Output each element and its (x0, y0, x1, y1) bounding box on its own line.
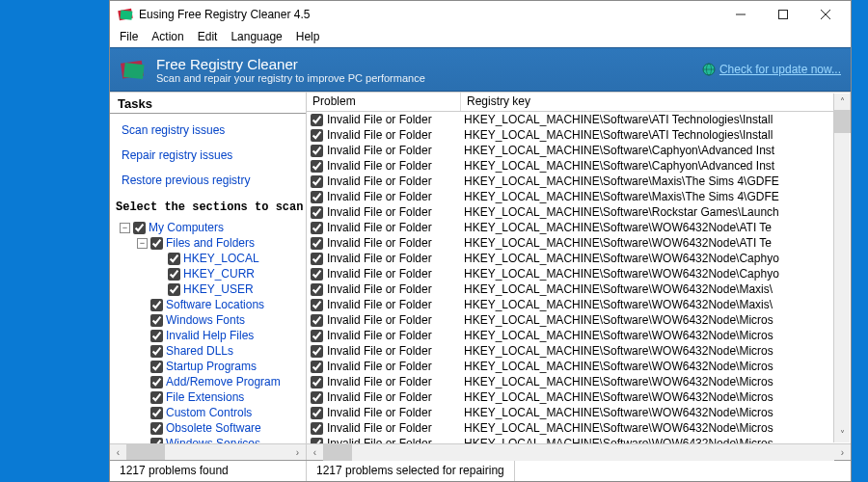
tree-item[interactable]: Obsolete Software (112, 420, 306, 436)
list-item[interactable]: Invalid File or FolderHKEY_LOCAL_MACHINE… (307, 420, 851, 436)
row-checkbox[interactable] (311, 283, 323, 296)
row-checkbox[interactable] (311, 422, 323, 435)
sidebar-hscroll[interactable]: ‹ › (110, 443, 306, 460)
chevron-left-icon[interactable]: ‹ (110, 444, 126, 461)
tree-item[interactable]: Software Locations (112, 297, 306, 312)
list-item[interactable]: Invalid File or FolderHKEY_LOCAL_MACHINE… (307, 436, 851, 443)
tree-item[interactable]: Custom Controls (112, 405, 306, 420)
maximize-button[interactable] (762, 1, 804, 28)
menu-language[interactable]: Language (231, 30, 282, 43)
tree-checkbox[interactable] (168, 283, 180, 296)
tree-checkbox[interactable] (133, 222, 146, 234)
list-item[interactable]: Invalid File or FolderHKEY_LOCAL_MACHINE… (307, 235, 851, 251)
row-checkbox[interactable] (311, 206, 323, 219)
row-checkbox[interactable] (311, 299, 323, 311)
list-item[interactable]: Invalid File or FolderHKEY_LOCAL_MACHINE… (307, 266, 851, 281)
tree-checkbox[interactable] (150, 407, 163, 419)
menu-help[interactable]: Help (296, 30, 320, 43)
chevron-down-icon[interactable]: ˅ (834, 426, 850, 442)
row-checkbox[interactable] (311, 376, 323, 388)
list-item[interactable]: Invalid File or FolderHKEY_LOCAL_MACHINE… (307, 328, 851, 343)
list-item[interactable]: Invalid File or FolderHKEY_LOCAL_MACHINE… (307, 174, 851, 189)
task-link-1[interactable]: Repair registry issues (110, 145, 306, 170)
menu-action[interactable]: Action (151, 30, 183, 43)
tree-checkbox[interactable] (150, 361, 163, 373)
tree-checkbox[interactable] (150, 299, 163, 311)
list-item[interactable]: Invalid File or FolderHKEY_LOCAL_MACHINE… (307, 158, 851, 174)
tree-item[interactable]: HKEY_USER (112, 281, 306, 297)
results-vscroll[interactable]: ˄ ˅ (833, 94, 850, 442)
list-item[interactable]: Invalid File or FolderHKEY_LOCAL_MACHINE… (307, 204, 851, 220)
row-checkbox[interactable] (311, 114, 323, 126)
row-checkbox[interactable] (311, 129, 323, 142)
minimize-button[interactable] (719, 1, 762, 28)
list-item[interactable]: Invalid File or FolderHKEY_LOCAL_MACHINE… (307, 374, 851, 389)
tree-checkbox[interactable] (168, 268, 180, 281)
row-checkbox[interactable] (311, 345, 323, 358)
list-item[interactable]: Invalid File or FolderHKEY_LOCAL_MACHINE… (307, 343, 851, 359)
chevron-right-icon[interactable]: › (289, 444, 306, 461)
row-checkbox[interactable] (311, 391, 323, 404)
close-button[interactable] (804, 1, 847, 28)
tree-item[interactable]: Windows Services (112, 436, 306, 443)
check-update-link[interactable]: Check for update now... (702, 63, 841, 76)
tree-checkbox[interactable] (150, 376, 163, 388)
menu-edit[interactable]: Edit (198, 30, 218, 43)
row-checkbox[interactable] (311, 160, 323, 173)
tree-item[interactable]: Startup Programs (112, 359, 306, 374)
list-item[interactable]: Invalid File or FolderHKEY_LOCAL_MACHINE… (307, 359, 851, 374)
column-registry-key[interactable]: Registry key (461, 93, 851, 111)
tree-item[interactable]: −Files and Folders (112, 235, 306, 251)
tree-item[interactable]: HKEY_LOCAL (112, 251, 306, 266)
row-checkbox[interactable] (311, 253, 323, 265)
tree-item[interactable]: File Extensions (112, 389, 306, 405)
row-checkbox[interactable] (311, 145, 323, 157)
tree-item[interactable]: Shared DLLs (112, 343, 306, 359)
list-item[interactable]: Invalid File or FolderHKEY_LOCAL_MACHINE… (307, 127, 851, 143)
row-checkbox[interactable] (311, 237, 323, 250)
menu-file[interactable]: File (120, 30, 138, 43)
list-item[interactable]: Invalid File or FolderHKEY_LOCAL_MACHINE… (307, 189, 851, 204)
row-checkbox[interactable] (311, 361, 323, 373)
list-item[interactable]: Invalid File or FolderHKEY_LOCAL_MACHINE… (307, 143, 851, 158)
task-link-0[interactable]: Scan registry issues (110, 120, 306, 145)
tree-item[interactable]: Add/Remove Program (112, 374, 306, 389)
list-item[interactable]: Invalid File or FolderHKEY_LOCAL_MACHINE… (307, 281, 851, 297)
list-item[interactable]: Invalid File or FolderHKEY_LOCAL_MACHINE… (307, 312, 851, 328)
tree-checkbox[interactable] (168, 253, 180, 265)
tree-checkbox[interactable] (150, 314, 163, 327)
results-hscroll-thumb[interactable] (323, 444, 352, 461)
chevron-up-icon[interactable]: ˄ (834, 94, 850, 110)
list-item[interactable]: Invalid File or FolderHKEY_LOCAL_MACHINE… (307, 220, 851, 235)
tree-checkbox[interactable] (150, 330, 163, 342)
sidebar-hscroll-thumb[interactable] (126, 444, 165, 461)
results-hscroll[interactable]: ‹ › (307, 443, 851, 460)
list-item[interactable]: Invalid File or FolderHKEY_LOCAL_MACHINE… (307, 405, 851, 420)
tree-item[interactable]: −My Computers (112, 220, 306, 235)
column-problem[interactable]: Problem (307, 93, 461, 111)
tree-item[interactable]: Windows Fonts (112, 312, 306, 328)
row-checkbox[interactable] (311, 330, 323, 342)
row-checkbox[interactable] (311, 407, 323, 419)
row-checkbox[interactable] (311, 191, 323, 203)
tree-expand-icon[interactable]: − (120, 223, 130, 233)
tree-expand-icon[interactable]: − (137, 238, 148, 249)
chevron-left-icon[interactable]: ‹ (307, 444, 323, 461)
row-checkbox[interactable] (311, 314, 323, 327)
task-link-2[interactable]: Restore previous registry (110, 170, 306, 195)
list-item[interactable]: Invalid File or FolderHKEY_LOCAL_MACHINE… (307, 251, 851, 266)
results-vscroll-thumb[interactable] (834, 110, 851, 133)
tree-item[interactable]: Invalid Help Files (112, 328, 306, 343)
tree-item[interactable]: HKEY_CURR (112, 266, 306, 281)
list-item[interactable]: Invalid File or FolderHKEY_LOCAL_MACHINE… (307, 297, 851, 312)
row-checkbox[interactable] (311, 268, 323, 281)
row-checkbox[interactable] (311, 222, 323, 234)
tree-checkbox[interactable] (150, 422, 163, 435)
list-item[interactable]: Invalid File or FolderHKEY_LOCAL_MACHINE… (307, 112, 851, 127)
tree-checkbox[interactable] (150, 237, 163, 250)
list-item[interactable]: Invalid File or FolderHKEY_LOCAL_MACHINE… (307, 389, 851, 405)
chevron-right-icon[interactable]: › (834, 444, 851, 461)
tree-checkbox[interactable] (150, 345, 163, 358)
row-checkbox[interactable] (311, 175, 323, 188)
tree-checkbox[interactable] (150, 391, 163, 404)
